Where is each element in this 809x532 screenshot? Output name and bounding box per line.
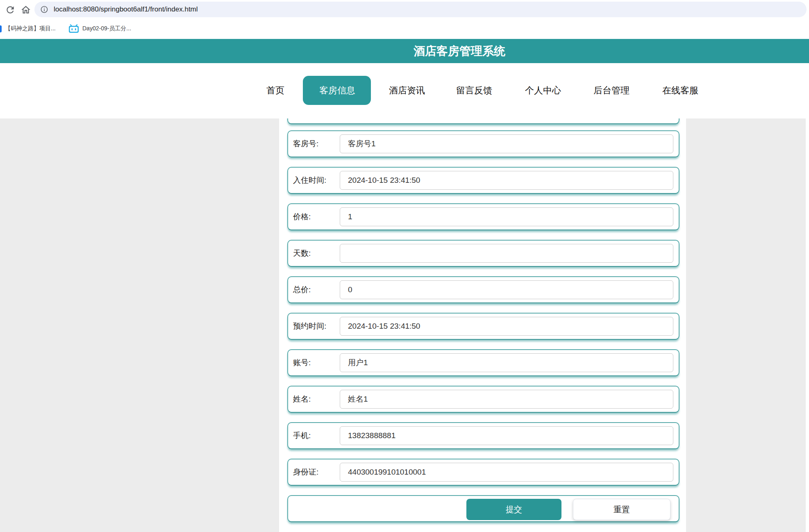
field-label: 入住时间: xyxy=(293,168,326,193)
days-input[interactable] xyxy=(340,244,673,263)
form-row-booking-time: 预约时间: xyxy=(287,313,679,340)
left-gutter xyxy=(0,118,279,532)
field-label: 账号: xyxy=(293,350,311,375)
phone-input[interactable] xyxy=(340,426,673,445)
total-price-input[interactable] xyxy=(340,280,673,299)
form-row-checkin-time: 入住时间: xyxy=(287,167,679,194)
reset-button[interactable]: 重置 xyxy=(573,499,670,520)
field-label: 天数: xyxy=(293,241,311,266)
browser-toolbar: localhost:8080/springboot6alf1/front/ind… xyxy=(0,0,809,20)
field-label: 姓名: xyxy=(293,386,311,412)
info-icon[interactable] xyxy=(40,5,48,14)
bookmarks-bar: 【码神之路】项目... Day02-09-员工分... xyxy=(0,20,809,38)
refresh-icon[interactable] xyxy=(5,5,16,15)
home-icon[interactable] xyxy=(20,5,31,15)
field-label: 身份证: xyxy=(293,459,318,485)
id-card-input[interactable] xyxy=(340,463,673,482)
form-row-total-price: 总价: xyxy=(287,276,679,303)
nav-item-profile[interactable]: 个人中心 xyxy=(525,76,561,105)
nav-item-news[interactable]: 酒店资讯 xyxy=(389,76,425,105)
form-row-id-card: 身份证: xyxy=(287,459,679,486)
bookmark-day02[interactable]: Day02-09-员工分... xyxy=(68,20,131,38)
submit-button[interactable]: 提交 xyxy=(466,499,561,520)
site-header: 酒店客房管理系统 xyxy=(0,39,809,63)
account-input[interactable] xyxy=(340,353,673,372)
nav-item-rooms[interactable]: 客房信息 xyxy=(319,76,355,105)
field-label: 手机: xyxy=(293,423,311,448)
checkin-time-input[interactable] xyxy=(340,171,673,190)
form-actions-row: 提交 重置 xyxy=(287,495,679,522)
form-row-price: 价格: xyxy=(287,203,679,230)
nav-item-home[interactable]: 首页 xyxy=(266,76,284,105)
form-row-clipped xyxy=(287,118,679,124)
url-text: localhost:8080/springboot6alf1/front/ind… xyxy=(54,5,198,14)
bookmark-label: Day02-09-员工分... xyxy=(82,25,131,32)
price-input[interactable] xyxy=(340,207,673,226)
form-row-name: 姓名: xyxy=(287,386,679,413)
bilibili-tv-icon xyxy=(68,24,79,33)
nav-item-service[interactable]: 在线客服 xyxy=(662,76,698,105)
content-area: 客房号: 入住时间: 价格: 天数: 总价: 预约时间: 账号: 姓名: 手机:… xyxy=(0,118,809,532)
field-label: 预约时间: xyxy=(293,314,326,339)
bookmark-masheng[interactable]: 【码神之路】项目... xyxy=(0,20,56,38)
room-number-input[interactable] xyxy=(340,134,673,153)
page-title: 酒店客房管理系统 xyxy=(414,39,505,63)
form-row-room-number: 客房号: xyxy=(287,130,679,157)
nav-item-admin[interactable]: 后台管理 xyxy=(593,76,629,105)
bookmark-label: 【码神之路】项目... xyxy=(5,25,56,32)
name-input[interactable] xyxy=(340,390,673,409)
bookmark-favicon xyxy=(0,25,2,32)
right-gutter xyxy=(686,118,806,532)
address-bar[interactable]: localhost:8080/springboot6alf1/front/ind… xyxy=(34,2,807,17)
form-row-phone: 手机: xyxy=(287,422,679,449)
field-label: 价格: xyxy=(293,204,311,230)
nav-item-feedback[interactable]: 留言反馈 xyxy=(456,76,492,105)
field-label: 总价: xyxy=(293,277,311,302)
main-nav: 首页 客房信息 酒店资讯 留言反馈 个人中心 后台管理 在线客服 xyxy=(0,63,809,118)
booking-time-input[interactable] xyxy=(340,317,673,336)
form-row-days: 天数: xyxy=(287,240,679,267)
form-row-account: 账号: xyxy=(287,349,679,376)
field-label: 客房号: xyxy=(293,131,318,157)
